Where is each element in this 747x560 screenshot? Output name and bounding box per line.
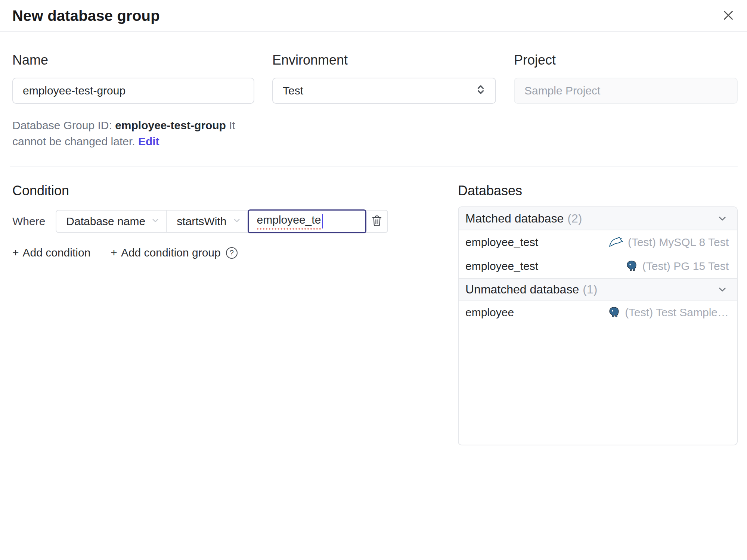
project-input: Sample Project bbox=[514, 78, 738, 104]
condition-operator-select[interactable]: startsWith bbox=[166, 211, 247, 232]
matched-database-title: Matched database bbox=[465, 212, 564, 225]
project-label: Project bbox=[514, 52, 738, 68]
condition-factor-select[interactable]: Database name bbox=[56, 211, 166, 232]
chevron-down-icon bbox=[717, 284, 728, 295]
plus-icon: + bbox=[111, 246, 117, 259]
plus-icon: + bbox=[12, 246, 19, 259]
database-instance: (Test) PG 15 Test bbox=[625, 260, 729, 273]
postgresql-icon bbox=[608, 306, 620, 319]
environment-select-value: Test bbox=[283, 84, 303, 97]
condition-expression-group: Database name startsWith employee_te bbox=[56, 210, 388, 233]
database-instance: (Test) Test Sample… bbox=[608, 306, 729, 319]
chevron-down-icon bbox=[232, 215, 242, 228]
chevron-down-icon bbox=[151, 215, 160, 228]
unmatched-database-title: Unmatched database bbox=[465, 283, 579, 296]
add-condition-button[interactable]: + Add condition bbox=[12, 246, 90, 259]
text-caret bbox=[322, 214, 323, 228]
instance-label: (Test) PG 15 Test bbox=[642, 260, 729, 273]
mysql-icon bbox=[608, 236, 623, 248]
database-name: employee bbox=[465, 306, 514, 319]
database-row[interactable]: employee_test (Test) MySQL 8 Test bbox=[459, 230, 737, 254]
name-label: Name bbox=[12, 52, 254, 68]
matched-database-count: (2) bbox=[567, 212, 582, 225]
chevron-down-icon bbox=[717, 213, 728, 224]
id-note-prefix: Database Group ID: bbox=[12, 119, 112, 131]
trash-icon bbox=[371, 214, 383, 228]
database-row[interactable]: employee_test (Test) PG 15 Test bbox=[459, 254, 737, 278]
condition-section: Condition Where Database name startsWith bbox=[12, 167, 446, 445]
database-name: employee_test bbox=[465, 236, 538, 249]
project-input-value: Sample Project bbox=[524, 84, 600, 97]
environment-select[interactable]: Test bbox=[272, 78, 496, 104]
condition-actions: + Add condition + Add condition group ? bbox=[12, 246, 446, 259]
select-updown-icon bbox=[474, 83, 487, 99]
instance-label: (Test) MySQL 8 Test bbox=[628, 236, 729, 249]
name-input[interactable]: employee-test-group bbox=[12, 78, 254, 104]
database-name: employee_test bbox=[465, 260, 538, 273]
where-label: Where bbox=[12, 215, 45, 228]
dialog-title: New database group bbox=[12, 7, 160, 24]
dialog-header: New database group bbox=[0, 0, 747, 32]
database-row[interactable]: employee (Test) Test Sample… bbox=[459, 301, 737, 324]
matched-database-header[interactable]: Matched database (2) bbox=[459, 207, 737, 230]
main-area: Condition Where Database name startsWith bbox=[0, 167, 747, 445]
edit-id-link[interactable]: Edit bbox=[138, 135, 159, 147]
help-icon[interactable]: ? bbox=[226, 247, 238, 259]
database-group-id-note: Database Group ID: employee-test-group I… bbox=[12, 117, 254, 149]
top-form: Name employee-test-group Database Group … bbox=[0, 32, 747, 149]
condition-value-text: employee_te bbox=[257, 214, 321, 230]
condition-row: Where Database name startsWith employee_… bbox=[12, 210, 446, 233]
environment-label: Environment bbox=[272, 52, 496, 68]
condition-factor-value: Database name bbox=[66, 215, 145, 228]
postgresql-icon bbox=[625, 260, 638, 273]
close-button[interactable] bbox=[718, 5, 739, 26]
condition-value-input[interactable]: employee_te bbox=[248, 209, 366, 233]
delete-condition-button[interactable] bbox=[366, 211, 387, 232]
databases-heading: Databases bbox=[458, 183, 738, 199]
id-note-value: employee-test-group bbox=[115, 119, 226, 131]
databases-section: Databases Matched database (2) employee_… bbox=[458, 167, 738, 445]
condition-operator-value: startsWith bbox=[177, 215, 226, 228]
instance-label: (Test) Test Sample… bbox=[625, 306, 729, 319]
databases-panel: Matched database (2) employee_test (Test… bbox=[458, 206, 738, 445]
environment-field-group: Environment Test bbox=[272, 52, 496, 149]
name-input-value: employee-test-group bbox=[23, 84, 125, 97]
add-condition-group-button[interactable]: + Add condition group ? bbox=[111, 246, 237, 259]
name-field-group: Name employee-test-group Database Group … bbox=[12, 52, 254, 149]
project-field-group: Project Sample Project bbox=[514, 52, 738, 149]
close-icon bbox=[721, 8, 735, 24]
add-condition-label: Add condition bbox=[23, 246, 91, 259]
add-condition-group-label: Add condition group bbox=[121, 246, 221, 259]
unmatched-database-header[interactable]: Unmatched database (1) bbox=[459, 278, 737, 301]
condition-heading: Condition bbox=[12, 183, 446, 199]
database-instance: (Test) MySQL 8 Test bbox=[608, 236, 729, 249]
unmatched-database-count: (1) bbox=[583, 283, 597, 296]
